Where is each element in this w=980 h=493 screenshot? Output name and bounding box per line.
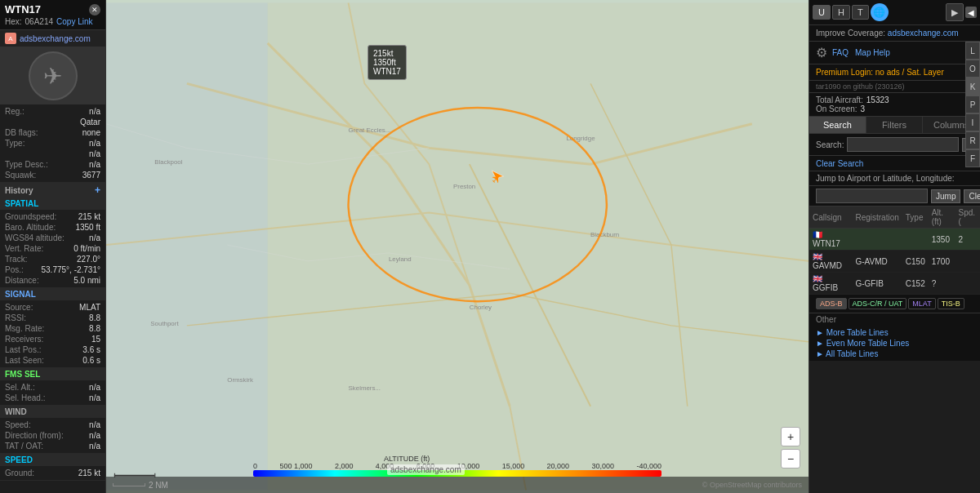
settings-row: ⚙ FAQ Map Help — [809, 42, 980, 64]
map-area[interactable]: Blackpool Southport Great Eccles... Pres… — [106, 0, 808, 493]
history-plus[interactable]: + — [95, 184, 100, 196]
typedesc-value: n/a — [89, 160, 100, 169]
svg-text:Blackburn: Blackburn — [590, 231, 619, 238]
col-callsign[interactable]: Callsign — [809, 207, 852, 229]
total-value: 15323 — [866, 95, 889, 104]
col-spd[interactable]: Spd.( — [955, 207, 980, 229]
map-help-link[interactable]: Map Help — [855, 48, 890, 57]
windspeed-label: Speed: — [5, 420, 31, 429]
close-button[interactable]: ✕ — [89, 4, 100, 16]
map-toolbar: + − — [781, 427, 800, 469]
fms-label: FMS SEL — [5, 370, 40, 379]
letter-sidebar: L O K P I R F — [965, 42, 980, 167]
selalt-label: Sel. Alt.: — [5, 383, 35, 392]
table-row[interactable]: 🇬🇧 GGFIB G-GFIB C152 ? — [809, 273, 980, 295]
baro-value: 1350 ft — [75, 223, 100, 232]
tatoat-label: TAT / OAT: — [5, 442, 43, 451]
premium-row[interactable]: Premium Login: no ads / Sat. Layer — [809, 64, 980, 81]
letter-i-btn[interactable]: I — [965, 113, 980, 131]
svg-text:Preston: Preston — [453, 183, 475, 190]
letter-l-btn[interactable]: L — [965, 42, 980, 60]
selalt-value: n/a — [89, 383, 100, 392]
tab-search[interactable]: Search — [809, 117, 866, 133]
collapse-button[interactable]: ◀ — [965, 7, 977, 18]
col-alt[interactable]: Alt.(ft) — [929, 207, 956, 229]
t-button[interactable]: T — [852, 5, 869, 20]
u-button[interactable]: U — [813, 5, 831, 20]
vert-label: Vert. Rate: — [5, 244, 43, 253]
wind-label: WIND — [5, 407, 27, 416]
pos-value: 53.775°, -2.731° — [42, 265, 101, 274]
lastpos-label: Last Pos.: — [5, 345, 41, 354]
zoom-out-button[interactable]: − — [781, 449, 800, 469]
globe-button[interactable]: 🌐 — [871, 3, 889, 21]
cell-alt: ? — [929, 273, 956, 295]
all-table-lines-link[interactable]: ► All Table Lines — [816, 349, 973, 359]
search-row: Search: Search — [809, 134, 980, 156]
tab-filters[interactable]: Filters — [866, 117, 924, 133]
gs-value: 215 kt — [78, 212, 100, 221]
aircraft-name: WTN17 — [5, 3, 41, 16]
spatial-label: SPATIAL — [5, 199, 38, 208]
gear-icon[interactable]: ⚙ — [816, 45, 827, 60]
search-input[interactable] — [847, 137, 959, 152]
col-type[interactable]: Type — [902, 207, 929, 229]
filter-tisb[interactable]: TIS-B — [938, 298, 964, 309]
wgs84-label: WGS84 altitude: — [5, 233, 65, 242]
rssi-value: 8.8 — [89, 313, 100, 322]
table-row[interactable]: 🇫🇷 WTN17 1350 2 — [809, 229, 980, 251]
lat-lon-input[interactable] — [816, 189, 928, 203]
aircraft-image: ✈ — [0, 47, 105, 104]
history-header[interactable]: History + — [0, 183, 105, 198]
clear-search-link[interactable]: Clear Search — [816, 159, 863, 168]
copy-link[interactable]: Copy Link — [56, 17, 92, 26]
svg-text:Chorley: Chorley — [470, 304, 492, 311]
premium-text: Premium Login: no ads / Sat. Layer — [816, 68, 944, 77]
clear-button[interactable]: Clear — [964, 189, 980, 203]
expand-arrow-button[interactable]: ▶ — [946, 3, 964, 21]
filter-mlat[interactable]: MLAT — [908, 298, 935, 309]
recv-label: Receivers: — [5, 335, 43, 344]
letter-p-btn[interactable]: P — [965, 95, 980, 113]
cell-spd: 2 — [955, 229, 980, 251]
windspeed-value: n/a — [89, 420, 100, 429]
col-registration[interactable]: Registration — [852, 207, 902, 229]
selhead-label: Sel. Head.: — [5, 393, 45, 402]
letter-k-btn[interactable]: K — [965, 78, 980, 95]
more-links: ► More Table Lines ► Even More Table Lin… — [809, 326, 980, 361]
rssi-label: RSSI: — [5, 313, 26, 322]
zoom-in-button[interactable]: + — [781, 427, 800, 446]
letter-f-btn[interactable]: F — [965, 149, 980, 167]
faq-link[interactable]: FAQ — [832, 48, 849, 57]
aircraft-popup: 215kt 1350ft WTN17 — [368, 45, 407, 80]
osm-credit: © OpenStreetMap contributors — [702, 481, 802, 489]
more-table-lines-link[interactable]: ► More Table Lines — [816, 327, 973, 338]
map-svg: Blackpool Southport Great Eccles... Pres… — [106, 0, 808, 493]
aircraft-header: WTN17 ✕ Hex: 06A214 Copy Link — [0, 0, 105, 30]
selhead-value: n/a — [89, 393, 100, 402]
website-link[interactable]: adsbexchange.com — [20, 34, 91, 43]
filter-adsc[interactable]: ADS-C/R / UAT — [849, 298, 907, 309]
letter-o-btn[interactable]: O — [965, 60, 980, 78]
signal-header: SIGNAL — [0, 288, 105, 300]
jump-button[interactable]: Jump — [931, 189, 960, 203]
table-row[interactable]: 🇬🇧 GAVMD G-AVMD C150 1700 — [809, 251, 980, 273]
lastseen-value: 0.6 s — [82, 356, 100, 365]
h-button[interactable]: H — [832, 5, 850, 20]
even-more-table-lines-link[interactable]: ► Even More Table Lines — [816, 338, 973, 349]
tab-row: Search Filters Columns — [809, 117, 980, 134]
reg-label: Reg.: — [5, 107, 24, 116]
other-label: Other — [809, 313, 980, 326]
cell-registration: G-AVMD — [852, 251, 902, 273]
improve-link[interactable]: adsbexchange.com — [888, 29, 959, 38]
cell-registration — [852, 229, 902, 251]
svg-text:Leyland: Leyland — [389, 255, 412, 263]
adsbx-logo: adsbexchange.com — [387, 464, 465, 475]
history-label: History — [5, 186, 33, 195]
letter-r-btn[interactable]: R — [965, 131, 980, 149]
filter-adsb[interactable]: ADS-B — [816, 298, 847, 309]
aircraft-circle: ✈ — [29, 51, 78, 100]
gs-label: Groundspeed: — [5, 212, 56, 221]
github-row: tar1090 on github (230126) — [809, 81, 980, 93]
wgs84-value: n/a — [89, 233, 100, 242]
